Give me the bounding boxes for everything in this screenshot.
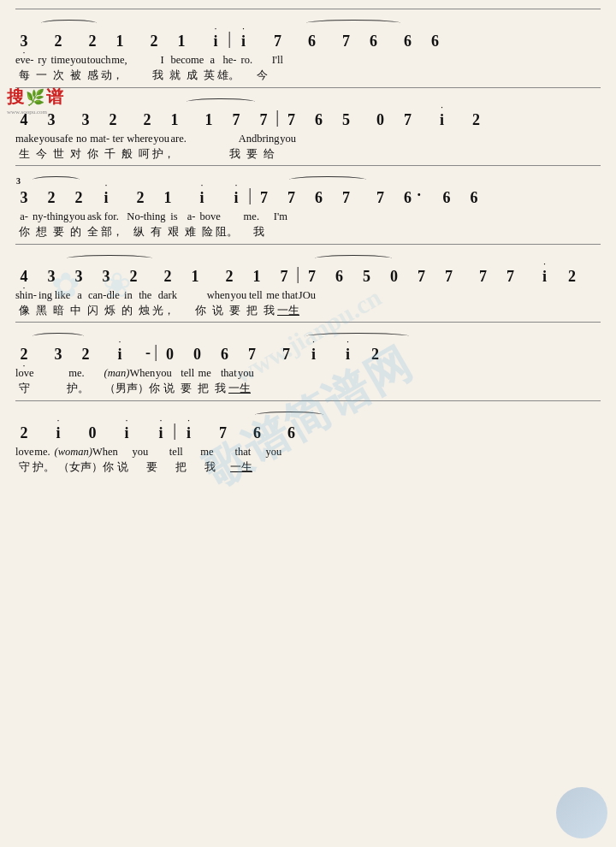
note-num: 2 [151, 33, 158, 49]
lyric-cell: a- [183, 210, 200, 223]
sheet-music-page: 歌谱简谱网 www.jianpu.cn ✿ ❀ 搜 🌿 谱 www.soopu.… [0, 0, 616, 847]
section-4-notes: 4 · 3 3 3 2 2 1 2 1 7 [15, 250, 601, 286]
note-cell: 7 [474, 269, 491, 284]
note-num: 6 [404, 190, 412, 205]
lyric-cell: touch [87, 53, 111, 67]
lyric-cell: no [73, 132, 90, 145]
note-cell: 6 [399, 190, 416, 205]
section-2-notes: 4 3 3 2 2 1 1 7 7 | 7 6 [15, 93, 601, 129]
note-num: i [542, 269, 547, 284]
lyric-cell: where [127, 132, 153, 145]
note-dot-above: · [441, 104, 442, 111]
note-dot-above: · [119, 338, 121, 346]
lyric-cell: tell [168, 445, 185, 459]
lyric-cell: you [68, 210, 86, 223]
lyric-cell-zh: 你 [84, 147, 101, 161]
note-dot-above: · [215, 25, 216, 33]
lyric-cell-zh: 全 [84, 225, 101, 239]
note-dot-above: · [57, 417, 59, 424]
note-dot-below: · [23, 284, 25, 292]
lyric-italic-2: (woman) [55, 446, 92, 458]
note-num: 2 [472, 112, 480, 127]
lyric-cell-zh: 感 [84, 68, 101, 82]
lyric-cell-zh: 今 [253, 68, 270, 82]
note-num: 7 [274, 33, 281, 49]
note-cell: 1 [200, 112, 217, 127]
lyric-cell: me [264, 288, 281, 302]
note-num: 1 [205, 112, 213, 127]
lyric-cell-zh: 黑 [33, 304, 50, 317]
note-cell: 0 [84, 425, 101, 441]
note-num: 2 [55, 33, 62, 49]
note-cell: 2 [15, 425, 33, 441]
note-cell: · i [193, 190, 210, 205]
lyric-cell-zh: 烛 [135, 304, 152, 317]
bar-line: | [296, 262, 299, 284]
lyric-cell: you [153, 132, 170, 145]
note-cell: 6 [426, 33, 443, 49]
note-cell: 3 · [15, 33, 33, 49]
lyric-cell: shin- [15, 288, 37, 302]
lyric-cell: you [38, 132, 56, 145]
lyric-cell-zh: 英 [200, 68, 217, 82]
lyric-cell: JOu [299, 288, 316, 302]
note-num: 7 [219, 425, 227, 441]
lyrics-en-row-4: shin- ing like a can-dle in the dark whe… [15, 287, 601, 303]
lyric-cell-zh: 把 [243, 304, 260, 317]
lyric-cell: a [204, 53, 221, 67]
bar-line: | [248, 183, 252, 205]
note-num: i [213, 33, 217, 49]
note-num: 6 [404, 33, 412, 49]
note-cell: 2 [132, 190, 149, 205]
note-num: 2 [82, 346, 90, 362]
note-cell: 2 [366, 346, 383, 362]
note-num: 7 [287, 112, 295, 127]
note-num: 7 [445, 269, 453, 284]
lyrics-zh-row-3: 你 想 要 的 全 部， 纵 有 艰 难 险 阻。 我 [15, 224, 601, 240]
note-num: 7 [342, 190, 350, 205]
note-num: 6 [315, 112, 323, 127]
lyric-cell: me. [68, 366, 86, 380]
lyric-cell: are. [170, 132, 187, 145]
note-cell: 1 [173, 33, 190, 49]
note-cell: 2 [139, 112, 156, 127]
lyric-cell-zh: 你 [192, 304, 209, 317]
lyrics-en-row-1: eve- ry time you touch me, I become a he… [15, 52, 601, 68]
note-num: 7 [248, 346, 256, 362]
lyric-cell-zh: 要 [177, 382, 194, 395]
note-num: 2 [164, 269, 172, 284]
lyric-cell: you [280, 132, 297, 145]
note-num: 1 [164, 190, 172, 205]
lyric-cell-zh: 就 [166, 68, 183, 82]
lyrics-zh-row-1: 每 一 次 被 感 动， 我 就 成 英 雄。 今 [15, 68, 601, 83]
note-cell: 4 · [15, 269, 33, 284]
note-cell: 3 [50, 346, 67, 362]
note-cell: 1 [187, 269, 204, 284]
lyric-italic: (man) [104, 367, 130, 379]
note-num: 6 [431, 33, 439, 49]
lyric-cell-zh: （男声）你 [104, 382, 160, 395]
lyric-cell-zh: 烁 [101, 304, 118, 317]
note-cell: 6 [438, 190, 455, 205]
lyric-cell: you [230, 288, 247, 302]
lyric-cell-zh: 我 [250, 225, 267, 239]
note-cell: 3 3 [15, 190, 33, 205]
lyric-cell: can-dle [88, 288, 120, 302]
note-cell: · i [180, 425, 197, 441]
note-num: 6 [370, 33, 377, 49]
note-cell: 7 [371, 190, 388, 205]
note-cell: 7 [277, 346, 294, 362]
lyrics-zh-row-2: 生 今 世 对 你 千 般 呵 护， 我 要 给 [15, 146, 601, 162]
lyric-cell: you [265, 445, 282, 459]
note-dot-above: · [543, 260, 545, 268]
note-num: 2 [226, 269, 234, 284]
lyric-cell-zh: 闪 [84, 304, 101, 317]
note-cell: 6 [303, 33, 320, 49]
note-dot-above: · [160, 417, 162, 424]
note-dot-above: · [242, 25, 244, 33]
note-num: 7 [418, 269, 425, 284]
lyric-cell-zh: 千 [101, 147, 118, 161]
note-num: 3 [103, 269, 110, 284]
lyric-cell: I'll [269, 53, 286, 67]
note-cell: 2 [125, 269, 142, 284]
